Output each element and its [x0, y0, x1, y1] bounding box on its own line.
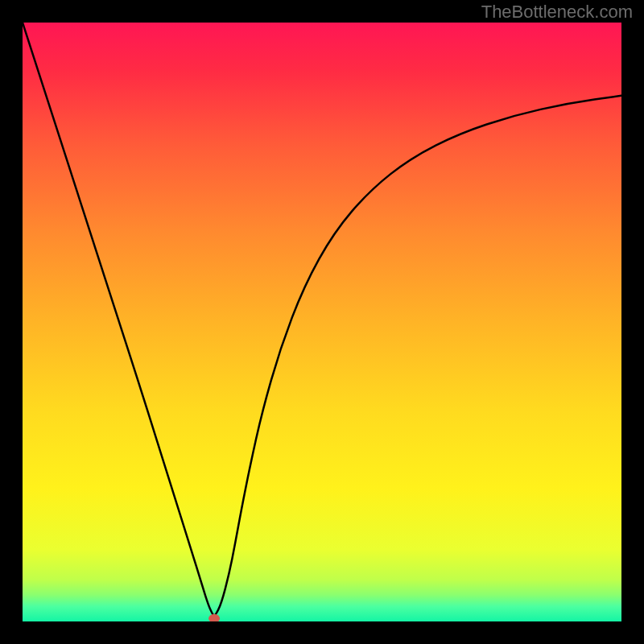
watermark-label: TheBottleneck.com — [481, 2, 633, 23]
plot-area — [23, 23, 621, 621]
chart-frame: TheBottleneck.com — [0, 0, 644, 644]
chart-svg — [23, 23, 621, 621]
